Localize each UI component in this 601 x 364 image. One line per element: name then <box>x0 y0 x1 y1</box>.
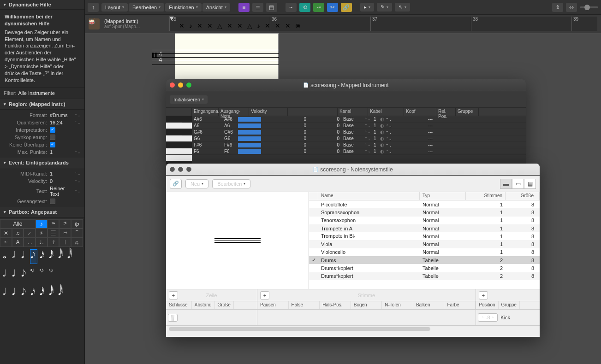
add-assign-button[interactable]: + <box>479 291 488 299</box>
tool-snap[interactable]: ✂ <box>327 3 338 12</box>
style-row[interactable]: Drums*kopiertTabelle28 <box>309 272 540 280</box>
stimme-col[interactable]: Pausen <box>257 301 289 309</box>
map-col[interactable]: Ausgang-Note <box>219 108 249 116</box>
stimme-col[interactable]: Balken <box>413 301 445 309</box>
region-header[interactable]: ▾Region: (Mapped Instr.) <box>0 99 84 110</box>
assign-col[interactable]: Gruppe <box>499 301 520 309</box>
filter-row[interactable]: Filter:Alle Instrumente <box>0 87 84 99</box>
style-row[interactable]: ViolaNormal18 <box>309 240 540 248</box>
partbox-tab-notes[interactable]: ♪ <box>36 219 48 229</box>
add-stimme-button[interactable]: + <box>260 291 269 299</box>
partbox-tab-6[interactable]: ⎶ <box>59 229 71 238</box>
view-mode-3[interactable]: ▤ <box>266 3 277 12</box>
note-glyph-dot3[interactable]: 𝅘𝅥𝅮. <box>21 268 28 282</box>
partbox-tab-10[interactable]: ⎵ <box>24 238 36 247</box>
col-typ[interactable]: Typ <box>420 192 466 200</box>
map-row[interactable]: G#6G#600Base⌃⌄1◐ ⌃⌄--- <box>192 129 526 135</box>
view-mode-2[interactable]: ≣ <box>252 3 263 12</box>
col-name[interactable]: Name <box>318 192 420 200</box>
event-param[interactable]: Gesangstext: <box>0 198 84 205</box>
style-row[interactable]: ✓DrumsTabelle28 <box>309 256 540 264</box>
note-glyph-r6[interactable]: 𝅘𝅥𝅱 <box>49 287 55 300</box>
zoom-h[interactable]: ⇔ <box>566 3 577 12</box>
assign-col[interactable]: Position <box>476 301 499 309</box>
tool-link[interactable]: 🔗 <box>341 3 352 12</box>
window-titlebar[interactable]: 📄scoresong - Notensystemstile <box>166 164 540 176</box>
event-param[interactable]: MIDI-Kanal:1⌃⌄ <box>0 170 84 177</box>
styles-list[interactable]: Name Typ Stimmen Größe PiccoloflöteNorma… <box>309 192 540 289</box>
minimize-icon[interactable] <box>178 167 183 172</box>
col-stimmen[interactable]: Stimmen <box>466 192 506 200</box>
region-param[interactable]: Interpretation: <box>0 126 84 134</box>
partbox-tab-dynamics[interactable]: fp <box>71 219 83 229</box>
style-row[interactable]: SopransaxophonNormal18 <box>309 208 540 216</box>
note-glyph-trip2[interactable]: ³𝅘𝅥𝅮 <box>40 268 46 282</box>
zeile-col[interactable]: Schlüssel <box>166 301 192 309</box>
partbox-tab-pedal[interactable]: 𝆮 <box>48 219 60 229</box>
partbox-tab-4[interactable]: ♯ <box>36 229 48 238</box>
region-param[interactable]: Quantisieren:16,24⌃⌄ <box>0 119 84 126</box>
event-header[interactable]: ▾Event: Einfügestandards <box>0 158 84 168</box>
note-glyph-16th[interactable]: 𝅘𝅥𝅯 <box>40 250 46 264</box>
note-glyph-trip1[interactable]: ³𝅘𝅥 <box>30 268 37 282</box>
map-col[interactable]: Kanal <box>338 108 368 116</box>
partbox-tab-7[interactable]: ⌒ <box>71 229 83 238</box>
style-row[interactable]: VioloncelloNormal18 <box>309 248 540 256</box>
region-param[interactable]: Max. Punkte:1⌃⌄ <box>0 148 84 156</box>
maximize-icon[interactable] <box>186 82 191 88</box>
note-glyph-r7[interactable]: 𝅘𝅥𝅲 <box>58 287 65 300</box>
partbox-tab-11[interactable]: ♩. <box>36 238 48 247</box>
help-header[interactable]: ▾Dynamische Hilfe <box>0 0 84 10</box>
style-row[interactable]: Drums*kopiertTabelle28 <box>309 264 540 272</box>
note-glyph-8th[interactable]: 𝅘𝅥𝅮 <box>30 250 37 264</box>
map-col[interactable]: Kopf <box>404 108 436 116</box>
tool-midi-in[interactable]: ⟲ <box>299 3 310 12</box>
partbox-tab-3[interactable]: ⟋ <box>24 229 36 238</box>
view-single[interactable]: ▬ <box>500 179 512 189</box>
zeile-col[interactable]: Abstand <box>192 301 215 309</box>
style-row[interactable]: TenorsaxophonNormal18 <box>309 217 540 224</box>
region-param[interactable]: Format:#Drums⌃⌄ <box>0 112 84 119</box>
stimme-col[interactable]: N-Tolen <box>382 301 413 309</box>
partbox-tab-14[interactable]: ⎌ <box>71 238 83 247</box>
zoom-v[interactable]: ⇕ <box>552 3 563 12</box>
note-glyph-r1[interactable]: 𝅗𝅥 <box>3 287 9 300</box>
partbox-tab-12[interactable]: ⟟ <box>48 238 60 247</box>
close-icon[interactable] <box>170 82 175 88</box>
note-glyph-quarter[interactable]: 𝅘𝅥 <box>21 250 28 264</box>
style-row[interactable]: Trompete in B♭Normal18 <box>309 232 540 240</box>
region-param[interactable]: Keine Überlapp.: <box>0 141 84 148</box>
menu-funktionen[interactable]: Funktionen ▾ <box>165 3 201 12</box>
partbox-tab-8[interactable]: ≈ <box>0 238 12 247</box>
zeile-clef[interactable]: ░ <box>168 314 178 322</box>
note-glyph-128th[interactable]: 𝅘𝅥𝅲 <box>67 250 74 264</box>
event-param[interactable]: Text:Reiner Text⌃⌄ <box>0 185 84 198</box>
event-param[interactable]: Velocity:0⌃⌄ <box>0 177 84 185</box>
minimize-icon[interactable] <box>178 82 183 88</box>
note-glyph-32nd[interactable]: 𝅘𝅥𝅰 <box>49 250 55 264</box>
add-zeile-button[interactable]: + <box>169 291 178 299</box>
piano-strip[interactable] <box>166 116 192 164</box>
map-col[interactable]: Kabel <box>368 108 404 116</box>
view-mode-1[interactable]: ≡ <box>238 3 250 12</box>
close-icon[interactable] <box>170 167 175 172</box>
partbox-tab-5[interactable]: 𝄚 <box>48 229 60 238</box>
menu-layout[interactable]: Layout ▾ <box>101 3 128 12</box>
style-row[interactable]: Trompete in ANormal18 <box>309 224 540 232</box>
pencil-tool[interactable]: ✎▾ <box>377 3 392 12</box>
playhead-icon[interactable] <box>169 17 174 20</box>
note-glyph-dot2[interactable]: 𝅘𝅥. <box>12 268 18 282</box>
new-button[interactable]: Neu ▾ <box>185 179 208 188</box>
map-row[interactable]: F#6F#600Base⌃⌄1◐ ⌃⌄--- <box>192 142 526 148</box>
tool-curve[interactable]: ~ <box>286 3 297 12</box>
view-dual[interactable]: ▭ <box>512 179 524 189</box>
link-button[interactable]: 🔗 <box>170 179 182 189</box>
map-col[interactable] <box>288 108 338 116</box>
track-icon[interactable]: 🥁 <box>89 18 100 29</box>
scrollbar-area[interactable] <box>166 325 540 332</box>
map-row[interactable]: G6G600Base⌃⌄1◐ ⌃⌄--- <box>192 135 526 142</box>
up-button[interactable]: ↑ <box>88 3 99 12</box>
partbox-tab-9[interactable]: A <box>12 238 24 247</box>
note-glyph-r3[interactable]: 𝅘𝅥𝅮 <box>21 287 28 300</box>
maximize-icon[interactable] <box>186 167 191 172</box>
